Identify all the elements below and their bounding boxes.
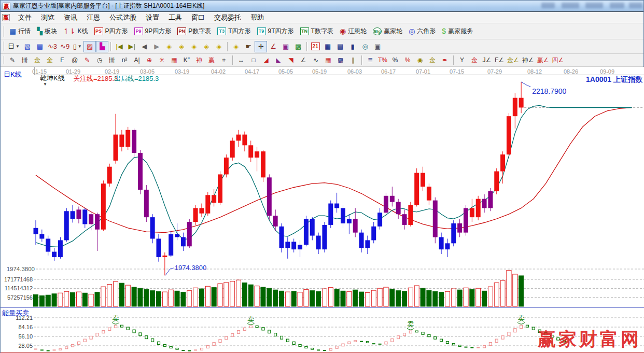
- compress-icon[interactable]: ◈: [200, 41, 213, 52]
- gann-wheel-button[interactable]: ◉江恩轮: [337, 25, 370, 37]
- pattern-green-icon[interactable]: ▩: [292, 41, 304, 52]
- menu-tools[interactable]: 工具: [164, 12, 187, 23]
- toolbar-grip[interactable]: [3, 41, 4, 51]
- four-angle-icon[interactable]: 四∠: [550, 55, 565, 65]
- chart-area[interactable]: 01-1501-2902-1903-0503-1904-0204-1705-05…: [1, 67, 644, 353]
- win-box-icon[interactable]: 赢: [205, 55, 218, 65]
- shen-angle-icon[interactable]: 神∠: [521, 55, 536, 65]
- next-page-icon[interactable]: ▶: [150, 41, 163, 52]
- zoom-in-right-icon[interactable]: ◈: [175, 41, 188, 52]
- info-panel-icon[interactable]: ▤: [34, 41, 46, 52]
- crosshair-icon[interactable]: ✛: [255, 41, 267, 52]
- f-fence-icon[interactable]: F: [56, 55, 68, 65]
- expand-icon[interactable]: ◈: [213, 41, 225, 52]
- parallel-lines-icon[interactable]: ∥: [347, 55, 359, 65]
- calculator-icon[interactable]: ▦: [321, 41, 334, 52]
- menu-trade-entrust[interactable]: 交易委托: [209, 12, 246, 23]
- ruler-123-icon[interactable]: ⌗: [218, 55, 230, 65]
- export-globe-icon[interactable]: ◎: [359, 41, 371, 52]
- menu-file[interactable]: 文件: [13, 12, 36, 23]
- menu-settings[interactable]: 设置: [141, 12, 164, 23]
- k-double-icon[interactable]: K″: [180, 55, 193, 65]
- menu-window[interactable]: 窗口: [187, 12, 209, 23]
- n-squared-icon[interactable]: n²: [118, 55, 131, 65]
- gold-red-icon[interactable]: 金: [468, 55, 481, 65]
- notes-icon[interactable]: ▤: [334, 41, 346, 52]
- fence-icon[interactable]: 卌: [19, 55, 31, 65]
- fence2-icon[interactable]: 卌: [106, 55, 118, 65]
- j-angle-icon[interactable]: J∠: [481, 55, 493, 65]
- grid-blue-icon[interactable]: ▩: [334, 55, 347, 65]
- t-square-button[interactable]: T3T四方形: [214, 25, 254, 37]
- toolbar-grip[interactable]: [3, 56, 4, 65]
- shen-fence-icon[interactable]: 神: [193, 55, 205, 65]
- quotes-button[interactable]: ▦行情: [6, 25, 34, 37]
- fan-box-icon[interactable]: ◥: [285, 55, 297, 65]
- menu-help[interactable]: 帮助: [246, 12, 269, 23]
- zigzag-icon[interactable]: ∿: [310, 55, 322, 65]
- t-number-table-button[interactable]: TNT数字表: [297, 25, 337, 37]
- candle-style-dropdown[interactable]: ▯▼: [71, 41, 83, 52]
- fan-purple-icon[interactable]: ◣: [272, 55, 285, 65]
- rays-icon[interactable]: ∠: [297, 55, 310, 65]
- fan-red-icon[interactable]: ◢: [260, 55, 272, 65]
- save-icon[interactable]: ▮: [346, 41, 359, 52]
- volume-profile-icon[interactable]: ▙: [96, 41, 108, 52]
- 9t-square-button[interactable]: T99T四方形: [254, 25, 297, 37]
- zoom-out-left-icon[interactable]: ◈: [163, 41, 175, 52]
- qiankun-pattern-icon[interactable]: ▨: [83, 41, 96, 52]
- ink-pen-icon[interactable]: ✒: [439, 55, 451, 65]
- first-page-icon[interactable]: |◀: [113, 41, 125, 52]
- move-diamond-icon[interactable]: ◈: [230, 41, 242, 52]
- grid-red-icon[interactable]: ▦: [322, 55, 334, 65]
- winner-service-button[interactable]: $赢家服务: [439, 25, 476, 37]
- hexagon-button[interactable]: ◎六角形: [405, 25, 439, 37]
- gold-line-icon[interactable]: 金: [426, 55, 439, 65]
- zoom-horizontal-icon[interactable]: ◈: [188, 41, 200, 52]
- last-page-icon[interactable]: ▶|: [125, 41, 138, 52]
- bars-icon[interactable]: ≣: [364, 55, 376, 65]
- gold-angle-icon[interactable]: 金∠: [506, 55, 521, 65]
- gold-fence-icon[interactable]: 金: [31, 55, 44, 65]
- prev-page-icon[interactable]: ◀: [138, 41, 150, 52]
- qiankun-kline-dropdown[interactable]: 乾坤K线 ▼: [40, 74, 65, 87]
- menu-formula-stock-pick[interactable]: 公式选股: [105, 12, 141, 23]
- a-divider-icon[interactable]: A|: [131, 55, 143, 65]
- kline-chart-canvas[interactable]: 01-1501-2902-1903-0503-1904-0204-1705-05…: [1, 67, 644, 353]
- wave-9-icon[interactable]: ∿9: [59, 41, 71, 52]
- pan-hand-icon[interactable]: ☛: [242, 41, 255, 52]
- sectors-button[interactable]: ▚板块: [34, 25, 60, 37]
- y-tool-icon[interactable]: Y: [456, 55, 468, 65]
- star-burst-icon[interactable]: ✳: [156, 55, 168, 65]
- 9p-square-button[interactable]: P99P四方形: [131, 25, 175, 37]
- menu-gann[interactable]: 江恩: [82, 12, 105, 23]
- percent-icon[interactable]: %: [389, 55, 401, 65]
- gold-circle-icon[interactable]: ◉: [414, 55, 426, 65]
- t-percent-icon[interactable]: T%: [376, 55, 389, 65]
- kline-button[interactable]: ↿⇂K线: [60, 25, 91, 37]
- snapshot-icon[interactable]: ▣: [371, 41, 384, 52]
- menu-news[interactable]: 资讯: [59, 12, 82, 23]
- trendline-icon[interactable]: ∠: [267, 41, 279, 52]
- kline-period-dropdown[interactable]: 日▼: [6, 41, 21, 52]
- percent-line-icon[interactable]: %: [401, 55, 414, 65]
- red-pen-icon[interactable]: ✎: [81, 55, 93, 65]
- pen-icon[interactable]: ✎: [6, 55, 19, 65]
- f-angle-icon[interactable]: F∠: [493, 55, 506, 65]
- energy-panel-label[interactable]: 能量买卖: [2, 308, 29, 318]
- winner-wheel-button[interactable]: Big赢家轮: [370, 25, 405, 37]
- calendar-icon[interactable]: 21: [309, 41, 321, 52]
- p-square-button[interactable]: PSP四方形: [91, 25, 131, 37]
- win-angle-icon[interactable]: 赢∠: [536, 55, 551, 65]
- gold-fence2-icon[interactable]: 金: [44, 55, 56, 65]
- circle-cross-icon[interactable]: ⊕: [143, 55, 156, 65]
- toolbar-grip[interactable]: [3, 26, 4, 37]
- square-tool-icon[interactable]: □: [247, 55, 260, 65]
- pattern-overlay-icon[interactable]: ▧: [21, 41, 34, 52]
- menu-browse[interactable]: 浏览: [36, 12, 59, 23]
- width-measure-icon[interactable]: ↔: [235, 55, 247, 65]
- clock-cycle-icon[interactable]: ◷: [93, 55, 106, 65]
- wave-3-icon[interactable]: ∿3: [46, 41, 59, 52]
- gann-box-icon[interactable]: ▣: [279, 41, 292, 52]
- grid-star-icon[interactable]: ▦: [168, 55, 180, 65]
